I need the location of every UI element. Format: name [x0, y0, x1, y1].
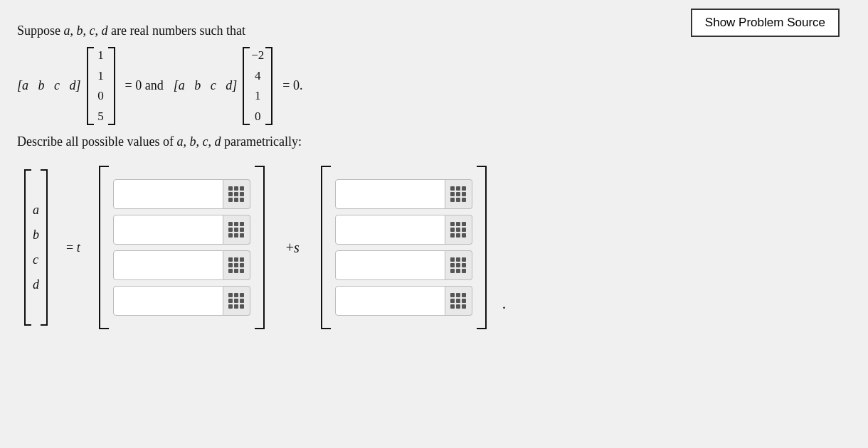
- answer-matrix-1: [99, 166, 265, 329]
- result-label-a: a: [33, 201, 39, 220]
- matrix2-grid-btn-4[interactable]: [445, 286, 472, 316]
- matrix1-input-rows: [113, 179, 250, 316]
- answer-section: a b c d = t: [24, 166, 851, 329]
- matrix2-row-3: [335, 250, 472, 280]
- vec1-row4: 5: [95, 107, 107, 126]
- matrix1-grid-btn-4[interactable]: [223, 286, 250, 316]
- problem-statement: Suppose a, b, c, d are real numbers such…: [17, 21, 851, 329]
- matrix2-input-3[interactable]: [335, 250, 445, 280]
- grid-icon-2: [228, 222, 244, 238]
- matrix1-row-2: [113, 215, 250, 245]
- vec2-row1: −2: [251, 46, 264, 65]
- matrix1-grid-btn-3[interactable]: [223, 250, 250, 280]
- grid-icon-7: [450, 257, 466, 273]
- matrix1-input-4[interactable]: [113, 286, 223, 316]
- page: Show Problem Source Suppose a, b, c, d a…: [0, 0, 868, 343]
- vec1-row1: 1: [95, 46, 107, 65]
- result-label-c: c: [33, 250, 39, 270]
- matrix1-input-1[interactable]: [113, 179, 223, 209]
- row-vector-2: [a b c d]: [174, 76, 238, 95]
- matrix1-row-3: [113, 250, 250, 280]
- matrix1-row-4: [113, 286, 250, 316]
- matrix1-input-3[interactable]: [113, 250, 223, 280]
- matrix2-input-4[interactable]: [335, 286, 445, 316]
- matrix2-input-2[interactable]: [335, 215, 445, 245]
- result-label-b: b: [33, 225, 39, 245]
- vector-content-2: −2 4 1 0: [251, 46, 264, 125]
- vec2-row3: 1: [252, 87, 263, 105]
- show-problem-source-button[interactable]: Show Problem Source: [691, 9, 840, 37]
- equals-t-label: = t: [66, 238, 80, 257]
- matrix2-grid-btn-1[interactable]: [445, 179, 472, 209]
- row-vector-1: [a b c d]: [17, 76, 81, 95]
- matrix-equation: [a b c d] 1 1 0 5: [17, 46, 851, 125]
- vec1-row2: 1: [95, 67, 107, 85]
- vec1-row3: 0: [95, 87, 107, 105]
- eq-text-1: = 0 and: [125, 76, 164, 95]
- matrix2-input-rows: [335, 179, 472, 316]
- result-vector-content: a b c d: [33, 198, 39, 297]
- matrix1-grid-btn-1[interactable]: [223, 179, 250, 209]
- vector-content-1: 1 1 0 5: [95, 46, 107, 125]
- grid-icon-5: [450, 186, 466, 202]
- col-vector-2: −2 4 1 0: [243, 46, 272, 125]
- vec2-row4: 0: [252, 107, 263, 126]
- result-vector: a b c d: [24, 169, 48, 326]
- result-label-d: d: [33, 275, 39, 294]
- grid-icon-8: [450, 293, 466, 309]
- grid-icon-1: [228, 186, 244, 202]
- eq-text-2: = 0.: [282, 76, 302, 95]
- matrix2-input-1[interactable]: [335, 179, 445, 209]
- matrix1-input-2[interactable]: [113, 215, 223, 245]
- grid-icon-4: [228, 293, 244, 309]
- matrix1-row-1: [113, 179, 250, 209]
- describe-text: Describe all possible values of a, b, c,…: [17, 132, 851, 151]
- plus-s-label: +s: [286, 237, 300, 258]
- matrix2-grid-btn-2[interactable]: [445, 215, 472, 245]
- period: .: [502, 292, 507, 329]
- matrix2-row-2: [335, 215, 472, 245]
- vec2-row2: 4: [252, 67, 263, 85]
- matrix2-row-4: [335, 286, 472, 316]
- answer-matrix-2: [321, 166, 487, 329]
- col-vector-1: 1 1 0 5: [87, 46, 115, 125]
- matrix2-grid-btn-3[interactable]: [445, 250, 472, 280]
- grid-icon-6: [450, 222, 466, 238]
- matrix1-grid-btn-2[interactable]: [223, 215, 250, 245]
- matrix2-row-1: [335, 179, 472, 209]
- grid-icon-3: [228, 257, 244, 273]
